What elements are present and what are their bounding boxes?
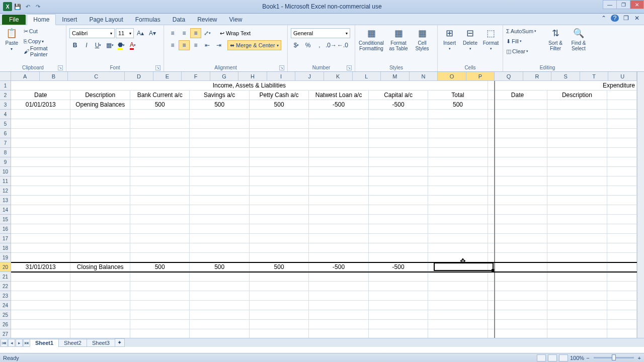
row-header-3[interactable]: 3 (0, 100, 11, 110)
undo-icon[interactable]: ↶ (23, 2, 32, 11)
zoom-in-button[interactable]: + (638, 355, 641, 361)
cell[interactable] (607, 291, 637, 300)
insert-cells-button[interactable]: ⊞Insert▾ (440, 26, 459, 52)
col-header-L[interactable]: L (353, 72, 381, 81)
cell[interactable] (488, 272, 547, 281)
cell[interactable] (547, 243, 607, 252)
row-header-24[interactable]: 24 (0, 301, 11, 310)
cell[interactable] (547, 157, 607, 166)
cell[interactable] (70, 119, 130, 128)
cell[interactable] (369, 253, 428, 262)
cell[interactable]: 500 (190, 100, 249, 109)
cell[interactable] (11, 110, 70, 119)
cell[interactable]: 31/01/2013 (11, 262, 70, 272)
cell[interactable] (428, 301, 488, 310)
cell[interactable] (547, 129, 607, 138)
cell[interactable] (488, 138, 547, 147)
cell[interactable] (428, 157, 488, 166)
cell[interactable]: Capital a/c (369, 90, 428, 100)
fill-button[interactable]: ⬇Fill▾ (505, 36, 543, 46)
cell[interactable] (250, 186, 309, 195)
cell[interactable] (428, 310, 488, 319)
sheet-tab-1[interactable]: Sheet1 (30, 339, 59, 347)
cell[interactable] (130, 138, 190, 147)
cell[interactable]: 500 (130, 100, 190, 109)
row-header-20[interactable]: 20 (0, 262, 11, 272)
normal-view-button[interactable] (537, 354, 546, 361)
row-header-25[interactable]: 25 (0, 310, 11, 320)
cell[interactable] (488, 100, 547, 109)
cell[interactable] (488, 176, 547, 186)
cell[interactable] (130, 224, 190, 233)
cell[interactable] (250, 110, 309, 119)
cell[interactable] (428, 138, 488, 147)
cell[interactable] (250, 301, 309, 310)
cell[interactable] (130, 301, 190, 310)
cell[interactable]: Bank Current a/c (130, 90, 190, 100)
cell[interactable] (309, 329, 368, 338)
col-header-R[interactable]: R (523, 72, 552, 81)
cell[interactable] (250, 148, 309, 157)
cell[interactable] (130, 329, 190, 338)
cell[interactable] (547, 272, 607, 281)
cell[interactable] (250, 205, 309, 214)
zoom-slider[interactable] (594, 357, 634, 358)
cell[interactable] (309, 272, 368, 281)
cell[interactable] (369, 282, 428, 291)
row-header-16[interactable]: 16 (0, 224, 11, 234)
format-painter-button[interactable]: 🖌Format Painter (23, 46, 64, 56)
cell[interactable]: Closing Balances (70, 262, 130, 272)
cell[interactable] (607, 148, 637, 157)
cell[interactable] (70, 301, 130, 310)
cell[interactable] (70, 186, 130, 195)
cell[interactable] (11, 291, 70, 300)
minimize-button[interactable]: — (603, 0, 617, 9)
cell[interactable]: Date (11, 90, 70, 100)
cell[interactable] (190, 243, 249, 252)
cell[interactable] (70, 282, 130, 291)
col-header-J[interactable]: J (295, 72, 324, 81)
cell[interactable] (369, 310, 428, 319)
cell[interactable]: 500 (250, 100, 309, 109)
fill-color-button[interactable]: ⬣▾ (116, 40, 127, 50)
cell[interactable] (190, 196, 249, 205)
cell[interactable]: -500 (309, 262, 368, 272)
cell[interactable] (309, 196, 368, 205)
cell[interactable] (130, 119, 190, 128)
cell[interactable] (11, 243, 70, 252)
cell[interactable] (250, 167, 309, 176)
cell[interactable] (369, 196, 428, 205)
cell[interactable] (190, 148, 249, 157)
cell[interactable] (70, 215, 130, 224)
cell[interactable] (428, 110, 488, 119)
font-launcher[interactable]: ↘ (155, 65, 160, 70)
cell[interactable]: Savings a/c (190, 90, 249, 100)
cell[interactable] (11, 119, 70, 128)
cell[interactable] (250, 224, 309, 233)
cell[interactable] (130, 110, 190, 119)
zoom-level[interactable]: 100% (570, 355, 584, 361)
cell[interactable] (130, 129, 190, 138)
cell[interactable] (488, 167, 547, 176)
cell[interactable] (70, 243, 130, 252)
cell[interactable] (130, 234, 190, 243)
maximize-button[interactable]: ❐ (616, 0, 630, 9)
cell[interactable] (547, 186, 607, 195)
row-header-9[interactable]: 9 (0, 157, 11, 167)
cell[interactable] (309, 205, 368, 214)
cell[interactable] (11, 205, 70, 214)
cell[interactable]: Date (488, 90, 547, 100)
align-left-button[interactable]: ≡ (167, 40, 178, 50)
decrease-font-icon[interactable]: A▾ (147, 28, 158, 38)
cell[interactable] (11, 186, 70, 195)
cell[interactable] (190, 129, 249, 138)
col-header-E[interactable]: E (153, 72, 182, 81)
grid[interactable]: Income, Assets & LiabilitiesExpenditure … (11, 81, 637, 340)
number-format-select[interactable]: General▾ (291, 28, 350, 38)
cell[interactable] (369, 234, 428, 243)
tab-page-layout[interactable]: Page Layout (83, 15, 129, 25)
cell[interactable] (70, 291, 130, 300)
cell[interactable]: Description (70, 90, 130, 100)
cell[interactable] (250, 157, 309, 166)
cell[interactable] (488, 310, 547, 319)
